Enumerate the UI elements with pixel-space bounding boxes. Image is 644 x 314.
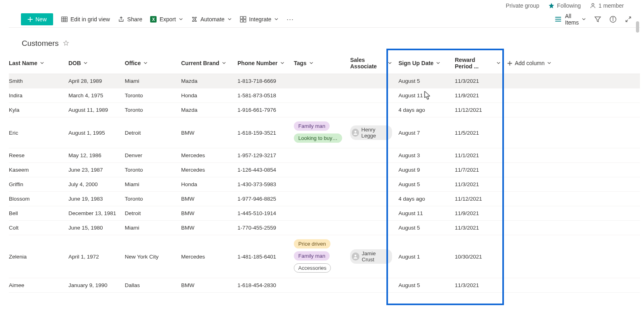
cell-dob[interactable]: August 1, 1995 xyxy=(65,117,122,148)
cell-office[interactable]: Dallas xyxy=(122,278,178,292)
cell-phone[interactable]: 1-581-873-0518 xyxy=(234,88,291,103)
cell-last-name[interactable]: Smith xyxy=(9,74,65,88)
cell-sign-up-date[interactable]: August 5 xyxy=(395,221,452,235)
share-button[interactable]: Share xyxy=(118,16,142,23)
cell-sales-associate[interactable] xyxy=(347,177,395,191)
cell-office[interactable]: Miami xyxy=(122,74,178,88)
members-count[interactable]: 1 member xyxy=(590,2,624,9)
cell-sales-associate[interactable] xyxy=(347,192,395,206)
cell-sign-up-date[interactable]: August 5 xyxy=(395,177,452,191)
cell-last-name[interactable]: Aimee xyxy=(9,278,65,292)
cell-phone[interactable]: 1-770-455-2559 xyxy=(234,221,291,235)
cell-last-name[interactable]: Reese xyxy=(9,148,65,162)
cell-tags[interactable] xyxy=(291,206,347,220)
expand-button[interactable] xyxy=(625,16,632,23)
cell-phone[interactable]: 1-977-946-8825 xyxy=(234,192,291,206)
table-row[interactable]: EricAugust 1, 1995DetroitBMW1-618-159-35… xyxy=(9,117,640,148)
cell-brand[interactable]: BMW xyxy=(178,206,234,220)
scrollbar-thumb[interactable] xyxy=(636,21,639,33)
cell-office[interactable]: Toronto xyxy=(122,192,178,206)
cell-dob[interactable]: June 19, 1983 xyxy=(65,192,122,206)
cell-reward-period[interactable]: 11/9/2021 xyxy=(452,206,504,220)
cell-sign-up-date[interactable]: August 11 xyxy=(395,206,452,220)
cell-sales-associate[interactable] xyxy=(347,103,395,117)
table-row[interactable]: SmithApril 28, 1989MiamiMazda1-813-718-6… xyxy=(9,74,640,88)
cell-phone[interactable]: 1-430-373-5983 xyxy=(234,177,291,191)
table-row[interactable]: IndiraMarch 4, 1975TorontoHonda1-581-873… xyxy=(9,88,640,103)
more-actions-button[interactable]: ··· xyxy=(287,15,294,24)
table-row[interactable]: BlossomJune 19, 1983TorontoBMW1-977-946-… xyxy=(9,192,640,206)
cell-reward-period[interactable]: 11/7/2021 xyxy=(452,163,504,177)
cell-dob[interactable]: June 15, 1980 xyxy=(65,221,122,235)
cell-office[interactable]: Detroit xyxy=(122,206,178,220)
cell-office[interactable]: Toronto xyxy=(122,88,178,103)
cell-sign-up-date[interactable]: August 1 xyxy=(395,235,452,278)
cell-office[interactable]: Miami xyxy=(122,221,178,235)
cell-phone[interactable]: 1-618-454-2830 xyxy=(234,278,291,292)
cell-last-name[interactable]: Zelenia xyxy=(9,235,65,278)
cell-brand[interactable]: Mercedes xyxy=(178,235,234,278)
cell-dob[interactable]: July 4, 2000 xyxy=(65,177,122,191)
cell-dob[interactable]: April 1, 1972 xyxy=(65,235,122,278)
cell-tags[interactable] xyxy=(291,103,347,117)
cell-brand[interactable]: Mercedes xyxy=(178,163,234,177)
cell-sales-associate[interactable]: Henry Legge xyxy=(347,117,395,148)
cell-sign-up-date[interactable]: August 7 xyxy=(395,117,452,148)
cell-reward-period[interactable]: 11/3/2021 xyxy=(452,278,504,292)
cell-phone[interactable]: 1-957-129-3217 xyxy=(234,148,291,162)
col-header-last-name[interactable]: Last Name xyxy=(9,53,65,74)
cell-last-name[interactable]: Kaseem xyxy=(9,163,65,177)
cell-phone[interactable]: 1-813-718-6669 xyxy=(234,74,291,88)
cell-sales-associate[interactable]: Jamie Crust xyxy=(347,235,395,278)
cell-sign-up-date[interactable]: 4 days ago xyxy=(395,192,452,206)
integrate-button[interactable]: Integrate xyxy=(240,16,279,23)
cell-brand[interactable]: Mazda xyxy=(178,103,234,117)
info-pane-button[interactable] xyxy=(609,16,617,23)
table-row[interactable]: AimeeJanuary 9, 1990DallasBMW1-618-454-2… xyxy=(9,278,640,293)
cell-sales-associate[interactable] xyxy=(347,206,395,220)
cell-phone[interactable]: 1-916-661-7976 xyxy=(234,103,291,117)
cell-last-name[interactable]: Griffin xyxy=(9,177,65,191)
cell-sales-associate[interactable] xyxy=(347,74,395,88)
cell-brand[interactable]: BMW xyxy=(178,192,234,206)
cell-tags[interactable] xyxy=(291,163,347,177)
cell-tags[interactable] xyxy=(291,221,347,235)
tag-chip[interactable]: Price driven xyxy=(294,239,330,248)
cell-office[interactable]: Denver xyxy=(122,148,178,162)
cell-last-name[interactable]: Eric xyxy=(9,117,65,148)
table-row[interactable]: ColtJune 15, 1980MiamiBMW1-770-455-2559A… xyxy=(9,221,640,235)
col-header-current-brand[interactable]: Current Brand xyxy=(178,53,234,74)
vertical-scrollbar[interactable] xyxy=(634,19,640,314)
cell-tags[interactable] xyxy=(291,74,347,88)
tag-chip[interactable]: Family man xyxy=(294,121,330,131)
cell-dob[interactable]: April 28, 1989 xyxy=(65,74,122,88)
cell-reward-period[interactable]: 11/3/2021 xyxy=(452,74,504,88)
person-chip[interactable]: Henry Legge xyxy=(350,125,392,140)
cell-tags[interactable] xyxy=(291,88,347,103)
cell-brand[interactable]: BMW xyxy=(178,278,234,292)
table-row[interactable]: ReeseMay 12, 1986DenverMercedes1-957-129… xyxy=(9,148,640,163)
cell-phone[interactable]: 1-618-159-3521 xyxy=(234,117,291,148)
cell-dob[interactable]: May 12, 1986 xyxy=(65,148,122,162)
cell-office[interactable]: New York City xyxy=(122,235,178,278)
cell-brand[interactable]: BMW xyxy=(178,221,234,235)
cell-last-name[interactable]: Indira xyxy=(9,88,65,103)
export-button[interactable]: X Export xyxy=(150,16,183,23)
follow-toggle[interactable]: Following xyxy=(548,2,581,9)
cell-reward-period[interactable]: 11/12/2021 xyxy=(452,192,504,206)
cell-sales-associate[interactable] xyxy=(347,148,395,162)
cell-reward-period[interactable]: 11/1/2021 xyxy=(452,148,504,162)
cell-dob[interactable]: December 13, 1981 xyxy=(65,206,122,220)
cell-brand[interactable]: BMW xyxy=(178,117,234,148)
favorite-list-button[interactable] xyxy=(63,40,69,47)
cell-reward-period[interactable]: 10/30/2021 xyxy=(452,235,504,278)
cell-office[interactable]: Toronto xyxy=(122,103,178,117)
tag-chip[interactable]: Accessories xyxy=(294,263,331,273)
table-row[interactable]: KaseemJune 23, 1987TorontoMercedes1-126-… xyxy=(9,163,640,177)
cell-sales-associate[interactable] xyxy=(347,88,395,103)
cell-tags[interactable] xyxy=(291,148,347,162)
table-row[interactable]: GriffinJuly 4, 2000MiamiHonda1-430-373-5… xyxy=(9,177,640,192)
cell-brand[interactable]: Mercedes xyxy=(178,148,234,162)
cell-dob[interactable]: March 4, 1975 xyxy=(65,88,122,103)
cell-tags[interactable] xyxy=(291,177,347,191)
